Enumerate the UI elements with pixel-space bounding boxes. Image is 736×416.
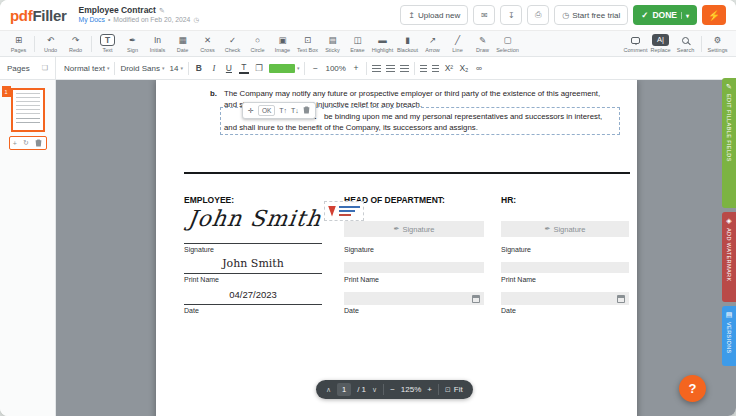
head-date-field[interactable] (344, 292, 484, 305)
tool-search[interactable]: Search (673, 34, 698, 53)
italic-button[interactable]: I (209, 63, 219, 73)
bulleted-list-button[interactable] (420, 65, 427, 72)
next-page-icon[interactable]: ∨ (372, 386, 377, 394)
document-canvas[interactable]: b. The Company may notify any future or … (56, 80, 736, 416)
bold-button[interactable]: B (194, 63, 204, 73)
link-icon[interactable]: ∞ (474, 63, 484, 73)
panel-collapse-icon[interactable]: ❏ (42, 64, 48, 72)
employee-signature-script[interactable]: John Smith (186, 206, 323, 231)
ok-button[interactable]: OK (258, 105, 275, 116)
delete-page-button[interactable] (35, 139, 42, 148)
highlight-color-swatch[interactable]: ▾ (269, 64, 300, 73)
tool-erase[interactable]: ◫ Erase (345, 34, 370, 53)
verification-stamp[interactable] (324, 201, 364, 221)
tool-line[interactable]: ╱ Line (445, 34, 470, 53)
date-label: Date (344, 307, 359, 314)
tool-label: Undo (44, 47, 57, 53)
underline-button[interactable]: U (224, 63, 234, 73)
start-free-trial-button[interactable]: ◷ Start free trial (554, 5, 628, 25)
edit-fillable-fields-tab[interactable]: ✎ EDIT FILLABLE FIELDS (722, 78, 736, 208)
font-zoom-out-button[interactable]: − (310, 63, 320, 73)
tool-draw[interactable]: ✎ Draw (470, 34, 495, 53)
subscript-button[interactable]: X₂ (459, 63, 469, 73)
tool-check[interactable]: ✓ Check (220, 34, 245, 53)
tool-cross[interactable]: ✕ Cross (195, 34, 220, 53)
superscript-button[interactable]: X² (444, 63, 454, 73)
page-thumbnail[interactable] (11, 88, 45, 132)
employee-date[interactable]: 04/27/2023 (184, 289, 322, 300)
tool-initials[interactable]: In Initials (145, 34, 170, 53)
paragraph-style-select[interactable]: Normal text ▾ (64, 64, 109, 73)
tool-selection[interactable]: ▢ Selection (495, 34, 520, 53)
history-icon[interactable]: ◷ (193, 16, 199, 24)
align-right-button[interactable] (400, 65, 409, 72)
head-signature-field-button[interactable]: ✒ Signature (344, 221, 484, 237)
tool-comment[interactable]: Comment (623, 34, 648, 53)
print-button[interactable]: ⎙ (527, 5, 549, 25)
rotate-page-button[interactable]: ↻ (23, 139, 29, 147)
highlight-icon: ▬ (377, 34, 389, 46)
done-button[interactable]: ✓ DONE ▾ (633, 5, 697, 25)
text-color-button[interactable]: T (239, 62, 249, 74)
tool-replace[interactable]: A| Replace (648, 34, 673, 53)
previous-page-icon[interactable]: ∧ (326, 386, 331, 394)
tool-date[interactable]: ▦ Date (170, 34, 195, 53)
add-watermark-tab[interactable]: ◈ ADD WATERMARK (722, 212, 736, 302)
versions-label: VERSIONS (726, 322, 732, 354)
move-handle-icon[interactable]: ✛ (248, 107, 254, 115)
numbered-list-button[interactable] (432, 65, 439, 72)
done-dropdown-caret[interactable]: ▾ (681, 12, 689, 19)
tool-arrow[interactable]: ↗ Arrow (420, 34, 445, 53)
font-zoom-in-button[interactable]: + (351, 63, 361, 73)
pdffiller-logo[interactable]: pdfFiller (10, 7, 66, 24)
my-docs-link[interactable]: My Docs (78, 16, 104, 24)
help-button[interactable]: ? (679, 375, 706, 402)
hr-signature-field-button[interactable]: ✒ Signature (501, 221, 629, 237)
font-increase-button[interactable]: T↑ (279, 107, 287, 114)
header: pdfFiller Employee Contract ✎ My Docs • … (0, 0, 736, 30)
signature-label: Signature (501, 246, 531, 253)
versions-tab[interactable]: ▤ VERSIONS (722, 306, 736, 366)
send-to-sign-button[interactable]: ✉ (473, 5, 495, 25)
trial-clock-icon: ◷ (562, 11, 569, 20)
fit-button[interactable]: ⊡ Fit (445, 385, 463, 394)
document-page[interactable]: b. The Company may notify any future or … (156, 80, 637, 416)
tool-undo[interactable]: ↶ Undo (38, 34, 63, 53)
employee-print-name[interactable]: John Smith (184, 257, 322, 270)
align-center-button[interactable] (386, 65, 395, 72)
download-button[interactable]: ↧ (500, 5, 522, 25)
tool-blackout[interactable]: ▮ Blackout (395, 34, 420, 53)
head-print-name-field[interactable] (344, 262, 484, 273)
main-area: 1 + ↻ b. The Company may notify any futu… (0, 80, 736, 416)
align-left-button[interactable] (372, 65, 381, 72)
tool-image[interactable]: ▣ Image (270, 34, 295, 53)
signature-label: Signature (184, 246, 214, 253)
watermark-icon: ◈ (726, 217, 731, 225)
tool-sign[interactable]: ✒ Sign (120, 34, 145, 53)
tool-text-box[interactable]: ⊡ Text Box (295, 34, 320, 53)
hr-date-field[interactable] (501, 292, 629, 305)
dot-separator: • (108, 16, 110, 24)
upload-new-button[interactable]: ↥ Upload new (400, 5, 468, 25)
page-number-input[interactable] (337, 383, 351, 396)
tool-pages[interactable]: ⊞ Pages (6, 34, 31, 53)
delete-text-button[interactable] (303, 106, 310, 115)
zoom-in-button[interactable]: + (427, 385, 432, 394)
font-decrease-button[interactable]: T↓ (291, 107, 299, 114)
upgrade-button[interactable]: ⚡ (702, 5, 726, 25)
font-size-select[interactable]: 14 ▾ (170, 64, 183, 73)
format-bar: Normal text ▾ Droid Sans ▾ 14 ▾ B I U T … (56, 57, 736, 79)
zoom-value[interactable]: 125% (401, 385, 421, 394)
tool-highlight[interactable]: ▬ Highlight (370, 34, 395, 53)
tool-text[interactable]: T Text (95, 34, 120, 53)
tool-circle[interactable]: ○ Circle (245, 34, 270, 53)
tool-settings[interactable]: ⚙ Settings (705, 34, 730, 53)
font-family-select[interactable]: Droid Sans ▾ (120, 64, 164, 73)
tool-redo[interactable]: ↷ Redo (63, 34, 88, 53)
zoom-out-button[interactable]: − (390, 385, 395, 394)
hr-print-name-field[interactable] (501, 262, 629, 273)
rename-icon[interactable]: ✎ (159, 7, 165, 15)
tool-sticky[interactable]: ▤ Sticky (320, 34, 345, 53)
copy-style-button[interactable]: ❐ (254, 63, 264, 73)
add-page-button[interactable]: + (13, 140, 17, 147)
